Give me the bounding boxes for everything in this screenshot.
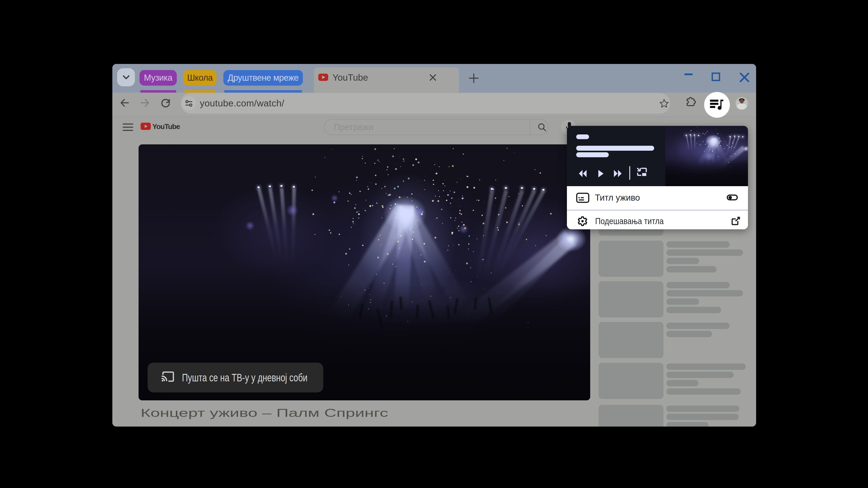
svg-text:YouTube: YouTube	[152, 123, 180, 130]
